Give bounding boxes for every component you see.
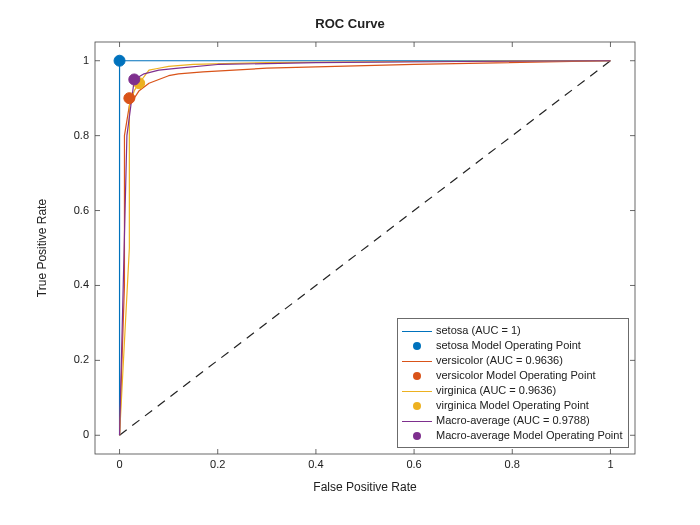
legend-label: virginica Model Operating Point	[436, 398, 589, 413]
y-tick-label: 0.4	[61, 278, 89, 290]
legend-label: Macro-average Model Operating Point	[436, 428, 622, 443]
legend-entry-line: Macro-average (AUC = 0.9788)	[402, 413, 622, 428]
y-tick-label: 0.2	[61, 353, 89, 365]
roc-figure: ROC Curve True Positive Rate False Posit…	[0, 0, 700, 525]
chart-title: ROC Curve	[0, 16, 700, 31]
svg-point-26	[114, 55, 125, 66]
svg-point-27	[124, 93, 135, 104]
legend-entry-marker: virginica Model Operating Point	[402, 398, 622, 413]
legend-entry-marker: setosa Model Operating Point	[402, 338, 622, 353]
x-axis-label: False Positive Rate	[95, 480, 635, 494]
legend-label: setosa (AUC = 1)	[436, 323, 521, 338]
y-tick-label: 0.6	[61, 204, 89, 216]
y-tick-label: 1	[61, 54, 89, 66]
legend-entry-line: versicolor (AUC = 0.9636)	[402, 353, 622, 368]
y-axis-label: True Positive Rate	[35, 199, 49, 297]
legend-label: versicolor (AUC = 0.9636)	[436, 353, 563, 368]
x-tick-label: 1	[598, 458, 622, 470]
legend-entry-marker: Macro-average Model Operating Point	[402, 428, 622, 443]
svg-point-29	[129, 74, 140, 85]
legend-label: virginica (AUC = 0.9636)	[436, 383, 556, 398]
legend: setosa (AUC = 1)setosa Model Operating P…	[397, 318, 629, 448]
y-tick-label: 0.8	[61, 129, 89, 141]
x-tick-label: 0.8	[500, 458, 524, 470]
legend-entry-line: virginica (AUC = 0.9636)	[402, 383, 622, 398]
x-tick-label: 0.6	[402, 458, 426, 470]
legend-entry-line: setosa (AUC = 1)	[402, 323, 622, 338]
x-tick-label: 0	[108, 458, 132, 470]
legend-label: versicolor Model Operating Point	[436, 368, 596, 383]
x-tick-label: 0.4	[304, 458, 328, 470]
legend-entry-marker: versicolor Model Operating Point	[402, 368, 622, 383]
legend-label: setosa Model Operating Point	[436, 338, 581, 353]
legend-label: Macro-average (AUC = 0.9788)	[436, 413, 590, 428]
y-tick-label: 0	[61, 428, 89, 440]
x-tick-label: 0.2	[206, 458, 230, 470]
y-axis-label-wrap: True Positive Rate	[32, 42, 52, 454]
